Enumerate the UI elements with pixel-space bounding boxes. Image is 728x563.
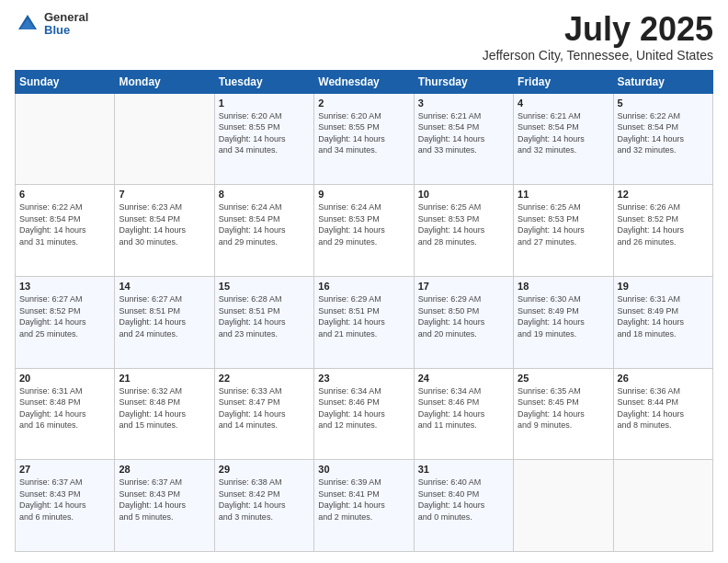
calendar-cell: 2Sunrise: 6:20 AM Sunset: 8:55 PM Daylig… <box>314 93 414 185</box>
calendar-cell: 10Sunrise: 6:25 AM Sunset: 8:53 PM Dayli… <box>414 185 513 277</box>
calendar-cell <box>613 460 712 552</box>
calendar-cell: 15Sunrise: 6:28 AM Sunset: 8:51 PM Dayli… <box>214 276 313 368</box>
day-info: Sunrise: 6:24 AM Sunset: 8:54 PM Dayligh… <box>219 201 310 247</box>
day-info: Sunrise: 6:40 AM Sunset: 8:40 PM Dayligh… <box>418 477 509 523</box>
day-number: 5 <box>618 98 709 109</box>
weekday-header-sunday: Sunday <box>16 70 115 93</box>
calendar-cell: 11Sunrise: 6:25 AM Sunset: 8:53 PM Dayli… <box>514 185 613 277</box>
calendar-cell <box>115 93 214 185</box>
calendar-cell: 16Sunrise: 6:29 AM Sunset: 8:51 PM Dayli… <box>314 276 414 368</box>
day-info: Sunrise: 6:32 AM Sunset: 8:48 PM Dayligh… <box>119 385 210 431</box>
day-info: Sunrise: 6:27 AM Sunset: 8:52 PM Dayligh… <box>19 293 110 339</box>
weekday-header-tuesday: Tuesday <box>214 70 313 93</box>
day-number: 3 <box>418 98 509 109</box>
day-info: Sunrise: 6:39 AM Sunset: 8:41 PM Dayligh… <box>318 477 409 523</box>
calendar-cell: 31Sunrise: 6:40 AM Sunset: 8:40 PM Dayli… <box>414 460 513 552</box>
calendar-cell: 7Sunrise: 6:23 AM Sunset: 8:54 PM Daylig… <box>115 185 214 277</box>
calendar-cell: 1Sunrise: 6:20 AM Sunset: 8:55 PM Daylig… <box>214 93 313 185</box>
calendar-cell: 26Sunrise: 6:36 AM Sunset: 8:44 PM Dayli… <box>613 368 712 460</box>
day-info: Sunrise: 6:20 AM Sunset: 8:55 PM Dayligh… <box>219 110 310 156</box>
calendar-week-2: 6Sunrise: 6:22 AM Sunset: 8:54 PM Daylig… <box>16 185 713 277</box>
main-title: July 2025 <box>483 11 713 48</box>
day-number: 22 <box>219 373 310 384</box>
day-info: Sunrise: 6:21 AM Sunset: 8:54 PM Dayligh… <box>518 110 609 156</box>
logo-general-label: General <box>44 11 88 24</box>
day-info: Sunrise: 6:24 AM Sunset: 8:53 PM Dayligh… <box>318 201 409 247</box>
calendar-cell: 23Sunrise: 6:34 AM Sunset: 8:46 PM Dayli… <box>314 368 414 460</box>
calendar-cell: 9Sunrise: 6:24 AM Sunset: 8:53 PM Daylig… <box>314 185 414 277</box>
day-number: 19 <box>618 281 709 292</box>
weekday-header-wednesday: Wednesday <box>314 70 414 93</box>
day-info: Sunrise: 6:30 AM Sunset: 8:49 PM Dayligh… <box>518 293 609 339</box>
day-number: 24 <box>418 373 509 384</box>
calendar-cell <box>16 93 115 185</box>
calendar-cell: 28Sunrise: 6:37 AM Sunset: 8:43 PM Dayli… <box>115 460 214 552</box>
calendar-week-1: 1Sunrise: 6:20 AM Sunset: 8:55 PM Daylig… <box>16 93 713 185</box>
day-info: Sunrise: 6:37 AM Sunset: 8:43 PM Dayligh… <box>19 477 110 523</box>
calendar-cell: 12Sunrise: 6:26 AM Sunset: 8:52 PM Dayli… <box>613 185 712 277</box>
day-number: 10 <box>418 189 509 200</box>
day-number: 11 <box>518 189 609 200</box>
weekday-header-saturday: Saturday <box>613 70 712 93</box>
calendar-cell: 13Sunrise: 6:27 AM Sunset: 8:52 PM Dayli… <box>16 276 115 368</box>
day-number: 31 <box>418 464 509 475</box>
day-info: Sunrise: 6:28 AM Sunset: 8:51 PM Dayligh… <box>219 293 310 339</box>
logo-icon <box>15 11 40 37</box>
day-number: 17 <box>418 281 509 292</box>
header: General Blue July 2025 Jefferson City, T… <box>15 11 713 63</box>
day-info: Sunrise: 6:29 AM Sunset: 8:51 PM Dayligh… <box>318 293 409 339</box>
title-block: July 2025 Jefferson City, Tennessee, Uni… <box>483 11 713 63</box>
day-info: Sunrise: 6:26 AM Sunset: 8:52 PM Dayligh… <box>618 201 709 247</box>
day-info: Sunrise: 6:37 AM Sunset: 8:43 PM Dayligh… <box>119 477 210 523</box>
calendar-week-5: 27Sunrise: 6:37 AM Sunset: 8:43 PM Dayli… <box>16 460 713 552</box>
weekday-header-row: SundayMondayTuesdayWednesdayThursdayFrid… <box>16 70 713 93</box>
weekday-header-thursday: Thursday <box>414 70 513 93</box>
day-number: 15 <box>219 281 310 292</box>
day-number: 7 <box>119 189 210 200</box>
day-info: Sunrise: 6:31 AM Sunset: 8:48 PM Dayligh… <box>19 385 110 431</box>
day-info: Sunrise: 6:21 AM Sunset: 8:54 PM Dayligh… <box>418 110 509 156</box>
day-number: 13 <box>19 281 110 292</box>
day-number: 2 <box>318 98 409 109</box>
logo-blue-label: Blue <box>44 24 88 37</box>
calendar-week-3: 13Sunrise: 6:27 AM Sunset: 8:52 PM Dayli… <box>16 276 713 368</box>
day-info: Sunrise: 6:25 AM Sunset: 8:53 PM Dayligh… <box>418 201 509 247</box>
calendar-cell: 20Sunrise: 6:31 AM Sunset: 8:48 PM Dayli… <box>16 368 115 460</box>
calendar-cell: 17Sunrise: 6:29 AM Sunset: 8:50 PM Dayli… <box>414 276 513 368</box>
day-number: 18 <box>518 281 609 292</box>
day-info: Sunrise: 6:35 AM Sunset: 8:45 PM Dayligh… <box>518 385 609 431</box>
day-info: Sunrise: 6:36 AM Sunset: 8:44 PM Dayligh… <box>618 385 709 431</box>
day-info: Sunrise: 6:27 AM Sunset: 8:51 PM Dayligh… <box>119 293 210 339</box>
calendar-cell: 29Sunrise: 6:38 AM Sunset: 8:42 PM Dayli… <box>214 460 313 552</box>
calendar-cell: 19Sunrise: 6:31 AM Sunset: 8:49 PM Dayli… <box>613 276 712 368</box>
day-number: 1 <box>219 98 310 109</box>
day-info: Sunrise: 6:34 AM Sunset: 8:46 PM Dayligh… <box>418 385 509 431</box>
day-info: Sunrise: 6:20 AM Sunset: 8:55 PM Dayligh… <box>318 110 409 156</box>
day-number: 14 <box>119 281 210 292</box>
weekday-header-friday: Friday <box>514 70 613 93</box>
calendar-cell: 22Sunrise: 6:33 AM Sunset: 8:47 PM Dayli… <box>214 368 313 460</box>
day-info: Sunrise: 6:31 AM Sunset: 8:49 PM Dayligh… <box>618 293 709 339</box>
day-info: Sunrise: 6:38 AM Sunset: 8:42 PM Dayligh… <box>219 477 310 523</box>
day-info: Sunrise: 6:25 AM Sunset: 8:53 PM Dayligh… <box>518 201 609 247</box>
calendar-cell: 4Sunrise: 6:21 AM Sunset: 8:54 PM Daylig… <box>514 93 613 185</box>
day-number: 16 <box>318 281 409 292</box>
day-number: 25 <box>518 373 609 384</box>
calendar-cell: 8Sunrise: 6:24 AM Sunset: 8:54 PM Daylig… <box>214 185 313 277</box>
day-number: 28 <box>119 464 210 475</box>
calendar-cell: 24Sunrise: 6:34 AM Sunset: 8:46 PM Dayli… <box>414 368 513 460</box>
day-info: Sunrise: 6:34 AM Sunset: 8:46 PM Dayligh… <box>318 385 409 431</box>
day-number: 6 <box>19 189 110 200</box>
day-number: 12 <box>618 189 709 200</box>
calendar-cell: 21Sunrise: 6:32 AM Sunset: 8:48 PM Dayli… <box>115 368 214 460</box>
day-number: 20 <box>19 373 110 384</box>
calendar-cell: 3Sunrise: 6:21 AM Sunset: 8:54 PM Daylig… <box>414 93 513 185</box>
logo: General Blue <box>15 11 88 38</box>
logo-text: General Blue <box>44 11 88 38</box>
day-info: Sunrise: 6:29 AM Sunset: 8:50 PM Dayligh… <box>418 293 509 339</box>
calendar-cell: 18Sunrise: 6:30 AM Sunset: 8:49 PM Dayli… <box>514 276 613 368</box>
calendar-cell: 27Sunrise: 6:37 AM Sunset: 8:43 PM Dayli… <box>16 460 115 552</box>
calendar-cell <box>514 460 613 552</box>
day-info: Sunrise: 6:22 AM Sunset: 8:54 PM Dayligh… <box>19 201 110 247</box>
weekday-header-monday: Monday <box>115 70 214 93</box>
